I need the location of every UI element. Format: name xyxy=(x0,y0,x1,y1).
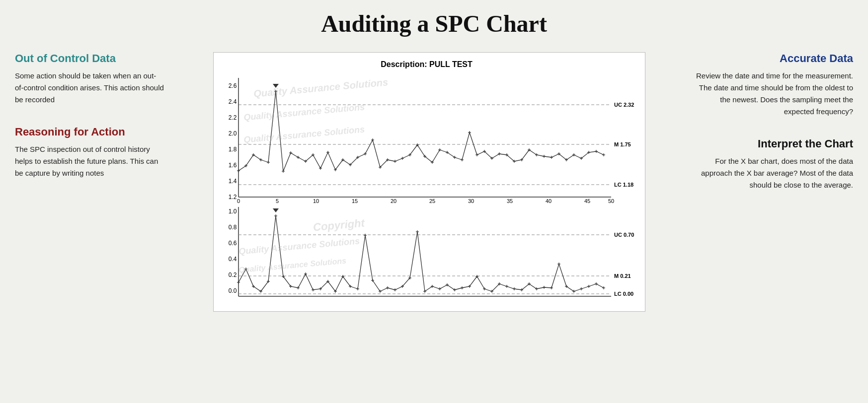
page-title: Auditing a SPC Chart xyxy=(321,10,547,37)
accurate-data-title: Accurate Data xyxy=(694,52,853,65)
svg-marker-152 xyxy=(273,208,279,212)
svg-text:0.6: 0.6 xyxy=(228,240,237,247)
accurate-data-section: Accurate Data Review the date and time f… xyxy=(694,52,853,118)
reasoning-section: Reasoning for Action The SPC inspection … xyxy=(15,126,164,179)
svg-text:M 0.21: M 0.21 xyxy=(614,273,631,279)
svg-text:LC 1.18: LC 1.18 xyxy=(614,182,633,188)
chart-container: Description: PULL TEST Quality Assurance… xyxy=(213,52,645,312)
out-of-control-body: Some action should be taken when an out-… xyxy=(15,70,164,106)
left-panel: Out of Control Data Some action should b… xyxy=(15,52,174,179)
svg-text:2.4: 2.4 xyxy=(228,98,237,105)
svg-text:0.8: 0.8 xyxy=(228,224,237,231)
interpret-chart-body: For the X bar chart, does most of the da… xyxy=(694,155,853,191)
svg-text:UC 0.70: UC 0.70 xyxy=(614,232,634,238)
svg-text:0.2: 0.2 xyxy=(228,271,237,278)
svg-text:45: 45 xyxy=(584,198,590,204)
out-of-control-section: Out of Control Data Some action should b… xyxy=(15,52,164,106)
svg-text:1.6: 1.6 xyxy=(228,162,237,169)
svg-text:0.4: 0.4 xyxy=(228,256,237,263)
interpret-chart-title: Interpret the Chart xyxy=(694,137,853,150)
reasoning-body: The SPC inspection out of control histor… xyxy=(15,143,164,179)
svg-text:30: 30 xyxy=(468,198,473,204)
top-chart-markers xyxy=(237,84,605,173)
svg-text:0.0: 0.0 xyxy=(228,287,237,294)
svg-text:1.0: 1.0 xyxy=(228,208,237,215)
svg-text:2.6: 2.6 xyxy=(228,82,237,89)
right-panel: Accurate Data Review the date and time f… xyxy=(684,52,853,191)
svg-text:0: 0 xyxy=(237,198,239,204)
out-of-control-title: Out of Control Data xyxy=(15,52,164,65)
svg-text:5: 5 xyxy=(275,198,278,204)
center-panel: Description: PULL TEST Quality Assurance… xyxy=(174,52,684,312)
svg-text:2.0: 2.0 xyxy=(228,130,237,137)
accurate-data-body: Review the date and time for the measure… xyxy=(694,70,853,118)
svg-text:20: 20 xyxy=(390,198,396,204)
svg-text:35: 35 xyxy=(506,198,512,204)
svg-text:LC 0.00: LC 0.00 xyxy=(614,291,633,297)
svg-marker-37 xyxy=(273,84,279,88)
svg-text:1.2: 1.2 xyxy=(228,194,237,201)
svg-text:50: 50 xyxy=(608,198,614,204)
bottom-chart-markers xyxy=(237,208,605,293)
svg-text:25: 25 xyxy=(429,198,435,204)
svg-text:40: 40 xyxy=(545,198,551,204)
svg-text:10: 10 xyxy=(313,198,318,204)
bottom-chart: 1.0 0.8 0.6 0.4 0.2 0.0 UC 0.70 M 0.21 xyxy=(219,204,636,306)
reasoning-title: Reasoning for Action xyxy=(15,126,164,138)
interpret-chart-section: Interpret the Chart For the X bar chart,… xyxy=(694,137,853,191)
svg-text:UC 2.32: UC 2.32 xyxy=(614,102,634,108)
top-chart: 2.6 2.4 2.2 2.0 1.8 1.6 1.4 1.2 UC 2.32 … xyxy=(219,73,636,207)
main-layout: Out of Control Data Some action should b… xyxy=(15,52,853,312)
svg-text:1.4: 1.4 xyxy=(228,178,237,185)
svg-text:M 1.75: M 1.75 xyxy=(614,141,631,147)
svg-text:1.8: 1.8 xyxy=(228,146,237,153)
chart-title: Description: PULL TEST xyxy=(219,60,635,69)
svg-text:2.2: 2.2 xyxy=(228,114,237,121)
svg-text:15: 15 xyxy=(351,198,357,204)
